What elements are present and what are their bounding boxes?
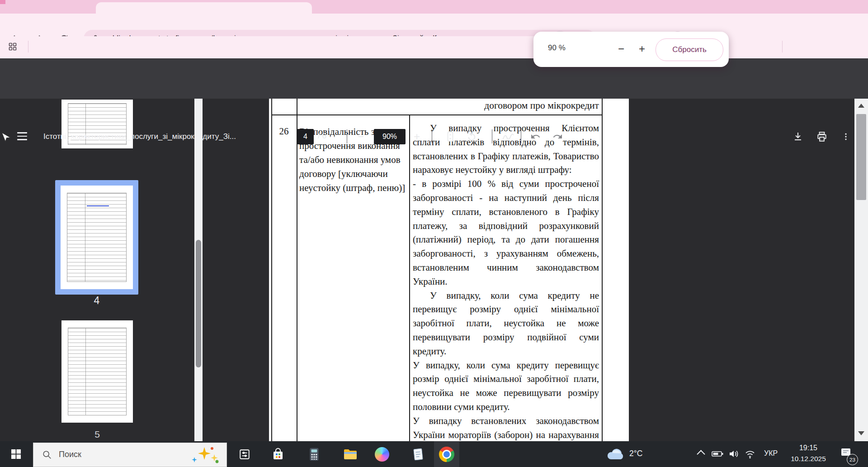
toolbar-separator [432,129,432,143]
thumbnail-link-line [87,205,109,206]
start-button[interactable] [5,441,26,467]
notepad-button[interactable] [408,441,429,467]
notification-count-badge[interactable]: 23 [847,454,858,465]
table-header-continuation: договором про мікрокредит [409,100,599,114]
bookmarks-separator [782,41,783,52]
paragraph: У випадку, коли сума кредиту не перевищу… [413,289,599,358]
redo-icon[interactable] [551,130,564,143]
weather-cloud-icon[interactable] [606,447,625,461]
bookmarks-bar: Новини Відгуки Коментарі ВА Блоги Завдан… [0,36,868,57]
sidebar-scrollbar-track[interactable] [194,99,203,441]
thumbnail-page-4-page [61,186,133,289]
chrome-icon [439,447,454,462]
calculator-button[interactable] [304,441,325,467]
zoom-level-value: 90 % [548,43,566,52]
task-view-button[interactable] [234,441,255,467]
browser-toolbar: public-document.starfin.com.ua/Істотні_х… [0,14,868,36]
thumbnail-page-5-label: 5 [84,429,111,440]
zoom-reset-button[interactable]: Сбросить [656,38,723,61]
pdf-zoom-out-button[interactable]: − [354,129,368,144]
microsoft-store-button[interactable] [268,441,288,467]
print-icon[interactable] [815,130,829,143]
paragraph: - в розмірі 100 % від суми простроченої … [413,177,599,288]
battery-icon[interactable] [711,448,724,460]
zoom-decrease-button[interactable]: − [611,38,631,60]
zoom-popup: 90 % − + Сбросить [533,32,729,67]
window-corner-accent [0,0,5,4]
copilot-icon [375,447,389,462]
taskbar-search-box[interactable]: Поиск [33,443,227,467]
table-border [409,114,410,441]
fit-to-page-icon[interactable] [443,130,457,143]
toolbar-separator [492,129,492,143]
thumbnail-page-4-selected[interactable] [55,180,138,295]
thumbnail-page-4-label: 4 [83,295,110,307]
apps-grid-icon[interactable] [6,40,19,53]
active-tab[interactable] [96,2,312,14]
mouse-cursor [1,132,11,148]
toolbar-separator [347,129,347,143]
sidebar-scrollbar-thumb[interactable] [196,240,201,367]
network-wifi-icon[interactable] [743,448,757,460]
pdf-zoom-in-button[interactable]: + [410,129,424,144]
pdf-document-title: Істотні_характеристики_послуги_зі_мікрок… [43,131,288,143]
clock-time[interactable]: 19:15 [787,444,830,452]
scroll-up-button[interactable] [854,101,868,110]
page-number-input[interactable]: 4 [297,129,314,144]
annotate-draw-icon[interactable] [501,130,515,143]
thumbnail-page-5[interactable] [61,320,133,423]
thumbnail-content-sketch [68,328,127,415]
tray-chevron-up-icon[interactable] [695,449,706,458]
pdf-toolbar: Істотні_характеристики_послуги_зі_мікрок… [0,58,868,99]
screen: public-document.starfin.com.ua/Істотні_х… [0,0,868,467]
windows-logo-icon [11,449,21,459]
clock-date[interactable]: 10.12.2025 [787,455,830,463]
volume-icon[interactable] [727,448,741,460]
tab-strip [0,0,868,14]
table-border [271,99,272,441]
table-border [602,99,603,441]
copilot-sparkle-icon [187,446,223,464]
pdf-scrollbar-track[interactable] [854,99,868,441]
page-total-label: / 6 [318,132,326,141]
row-content-cell: У випадку прострочення Клієнтом сплати п… [413,121,599,441]
paragraph: У випадку, коли сума кредиту перевищує р… [413,358,599,414]
language-indicator[interactable]: УКР [764,449,778,457]
taskbar: Поиск [0,441,868,467]
pdf-scrollbar-thumb[interactable] [856,114,866,200]
pdf-viewer-area: 3 4 5 договором про [0,99,868,441]
search-placeholder-text: Поиск [59,450,81,459]
undo-icon[interactable] [529,130,542,143]
paragraph: У випадку встановлених законодавством Ук… [413,414,599,441]
pdf-page: договором про мікрокредит 26 Відповідаль… [269,99,629,441]
rotate-icon[interactable] [465,130,478,143]
toolbar-separator [521,129,521,143]
scroll-down-button[interactable] [854,429,868,437]
pdf-download-icon[interactable] [791,130,805,143]
pdf-zoom-value[interactable]: 90% [374,129,406,144]
pdf-menu-kebab-icon[interactable] [840,130,852,143]
bookmarks-separator [28,41,28,52]
table-border [271,114,603,115]
weather-temperature[interactable]: 2°C [629,449,642,458]
table-border [297,99,297,441]
copilot-button[interactable] [372,441,392,467]
chrome-taskbar-button[interactable] [434,441,459,467]
search-icon [42,449,52,460]
thumbnail-content-sketch [67,193,126,282]
file-explorer-button[interactable] [340,441,361,467]
pdf-menu-hamburger-icon[interactable] [17,132,27,140]
zoom-increase-button[interactable]: + [632,38,652,60]
